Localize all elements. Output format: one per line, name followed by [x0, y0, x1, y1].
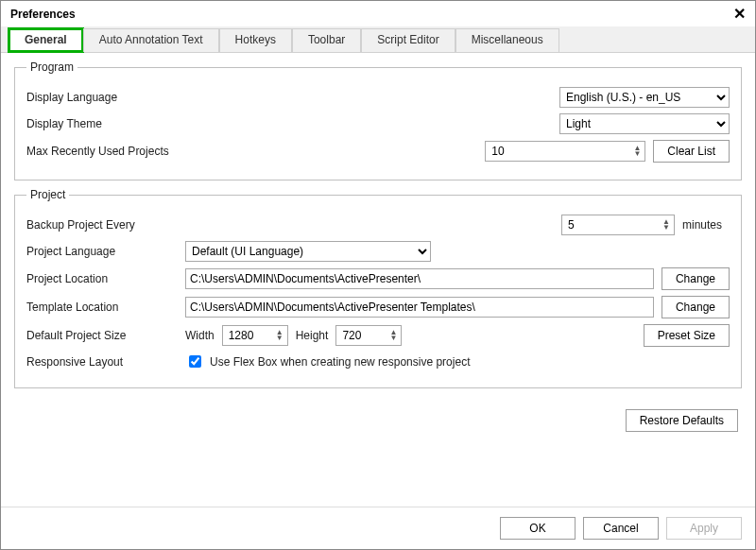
display-language-select[interactable]: English (U.S.) - en_US	[559, 87, 730, 108]
backup-value[interactable]	[566, 217, 662, 232]
tab-general[interactable]: General	[9, 28, 83, 52]
template-location-label: Template Location	[26, 301, 178, 314]
height-label: Height	[296, 329, 329, 342]
tab-script-editor[interactable]: Script Editor	[361, 28, 455, 52]
ok-button[interactable]: OK	[500, 517, 576, 540]
close-icon[interactable]: ✕	[733, 5, 746, 23]
apply-button[interactable]: Apply	[666, 517, 742, 540]
display-theme-label: Display Theme	[26, 117, 178, 130]
display-language-label: Display Language	[26, 91, 178, 104]
spinner-icon[interactable]: ▲▼	[276, 330, 284, 341]
backup-label: Backup Project Every	[26, 218, 178, 232]
backup-spinner[interactable]: ▲▼	[561, 215, 675, 235]
project-location-change-button[interactable]: Change	[662, 267, 730, 290]
project-location-input[interactable]	[185, 268, 654, 289]
program-group: Program Display Language English (U.S.) …	[14, 60, 742, 180]
clear-list-button[interactable]: Clear List	[653, 140, 730, 163]
cancel-button[interactable]: Cancel	[583, 517, 659, 540]
backup-unit: minutes	[682, 218, 730, 232]
responsive-layout-label: Responsive Layout	[26, 355, 178, 369]
program-legend: Program	[26, 60, 77, 74]
window-title: Preferences	[10, 8, 76, 21]
template-location-input[interactable]	[185, 297, 654, 318]
preferences-window: Preferences ✕ General Auto Annotation Te…	[0, 0, 756, 550]
flexbox-checkbox[interactable]	[189, 355, 201, 368]
titlebar: Preferences ✕	[1, 1, 755, 26]
mru-value[interactable]	[490, 144, 633, 159]
tab-bar: General Auto Annotation Text Hotkeys Too…	[1, 26, 755, 53]
dialog-footer: OK Cancel Apply	[1, 507, 755, 549]
mru-spinner[interactable]: ▲▼	[485, 141, 645, 162]
spinner-icon[interactable]: ▲▼	[662, 219, 670, 231]
project-location-label: Project Location	[26, 272, 178, 285]
flexbox-checkbox-row[interactable]: Use Flex Box when creating new responsiv…	[185, 352, 470, 370]
height-spinner[interactable]: ▲▼	[335, 325, 402, 346]
project-group: Project Backup Project Every ▲▼ minutes …	[14, 188, 742, 388]
width-spinner[interactable]: ▲▼	[222, 325, 288, 346]
template-location-change-button[interactable]: Change	[662, 296, 730, 318]
default-size-label: Default Project Size	[26, 329, 178, 342]
tab-hotkeys[interactable]: Hotkeys	[219, 28, 292, 52]
tab-miscellaneous[interactable]: Miscellaneous	[455, 28, 559, 52]
content-area: Program Display Language English (U.S.) …	[1, 53, 755, 507]
project-language-select[interactable]: Default (UI Language)	[185, 241, 431, 262]
width-label: Width	[185, 329, 215, 342]
height-value[interactable]	[340, 328, 389, 343]
flexbox-checkbox-label: Use Flex Box when creating new responsiv…	[210, 355, 470, 369]
spinner-icon[interactable]: ▲▼	[633, 146, 641, 157]
display-theme-select[interactable]: Light	[559, 113, 730, 134]
restore-defaults-button[interactable]: Restore Defaults	[626, 409, 738, 432]
tab-auto-annotation[interactable]: Auto Annotation Text	[83, 28, 219, 52]
mru-label: Max Recently Used Projects	[26, 145, 215, 158]
project-language-label: Project Language	[26, 245, 178, 258]
preset-size-button[interactable]: Preset Size	[644, 324, 730, 347]
tab-toolbar[interactable]: Toolbar	[292, 28, 361, 52]
project-legend: Project	[26, 188, 69, 201]
width-value[interactable]	[227, 328, 276, 343]
spinner-icon[interactable]: ▲▼	[389, 330, 397, 341]
